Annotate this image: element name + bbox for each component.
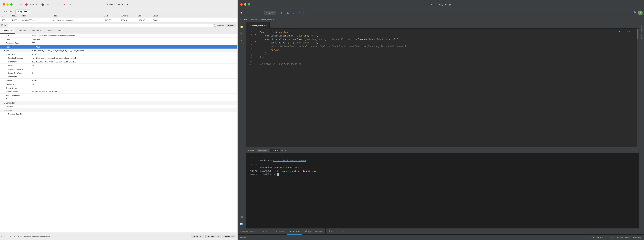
status-event-log[interactable]: Event Log — [632, 235, 643, 240]
prop-server-certs[interactable]: Server Certificates 2 — [0, 71, 238, 75]
block-list-button[interactable]: Block List — [191, 234, 204, 238]
sidebar-bookmarks-icon[interactable]: 🔖 — [238, 31, 245, 37]
col-method[interactable]: Met... — [12, 14, 22, 18]
tab-sequence[interactable]: Sequence — [16, 10, 30, 14]
debug-button[interactable]: 🐛 — [285, 11, 290, 15]
coverage-button[interactable]: ◎ — [291, 11, 296, 15]
scissors-icon[interactable]: ✂ — [63, 3, 66, 6]
file-tab-more-icon[interactable]: ⋮ — [634, 24, 638, 27]
run-button[interactable]: ▶ — [280, 11, 284, 15]
map-remote-button[interactable]: Map Remote — [206, 234, 221, 238]
tab-terminal[interactable]: >_ Terminal — [287, 228, 302, 234]
frida-docs-link[interactable]: https://frida.re/docs/home/ — [273, 159, 306, 162]
right-tab-database[interactable]: Database — [640, 24, 643, 34]
terminal-add-tab-button[interactable]: + — [281, 149, 283, 152]
table-row[interactable]: 200 POST api.dida365.com /api/v2/user/sm… — [0, 18, 238, 23]
tab-python-console[interactable]: 🐍 Python Console — [326, 228, 348, 234]
tab-todo[interactable]: ☑ TODO — [258, 228, 271, 234]
prop-status[interactable]: Status Complete — [0, 38, 238, 41]
tab-version-control[interactable]: ⑂ Version Control — [238, 228, 258, 234]
status-vcs-item[interactable]: main — [239, 235, 248, 240]
prop-extensions[interactable]: Extensions — [0, 75, 238, 79]
col-duration[interactable]: Duration — [120, 14, 137, 18]
search-button[interactable]: 🔍 — [634, 11, 637, 15]
prop-cipher-suite[interactable]: Cipher Suite TLS_ECDHE_RSA_WITH_AES_128_… — [0, 60, 238, 64]
col-path[interactable]: Path — [52, 14, 103, 18]
breadcrumb-file[interactable]: 3.hook_check.js — [261, 19, 274, 21]
forward-button[interactable]: → — [256, 11, 260, 15]
terminal-tab-local[interactable]: Local ✕ — [270, 149, 280, 152]
tab-chart[interactable]: Chart — [44, 28, 54, 34]
sidebar-structure-icon[interactable]: ≡ — [238, 37, 245, 44]
focused-checkbox[interactable] — [214, 24, 216, 27]
checkmark-icon[interactable]: ✓ — [57, 3, 61, 6]
sidebar-project-icon[interactable]: 📁 — [238, 24, 245, 30]
prop-tls-protocol[interactable]: Protocol TLSv1.2 — [0, 53, 238, 56]
tab-python-packages[interactable]: 📦 Python Packages — [302, 228, 326, 234]
project-view-button[interactable]: 📁 — [239, 11, 244, 15]
terminal-tab-local-close[interactable]: ✕ — [277, 150, 278, 151]
file-tab-close-icon[interactable]: ✕ — [266, 25, 268, 26]
terminal-tab-local2-close[interactable]: ✕ — [266, 150, 268, 151]
breadcrumb-net[interactable]: net — [244, 19, 247, 21]
breadcrumb-s4[interactable]: s4 — [240, 19, 242, 21]
back-button[interactable]: ← — [250, 11, 254, 15]
status-line-col[interactable]: 1:1 — [584, 235, 590, 240]
tab-summary[interactable]: Summary — [29, 28, 44, 34]
sidebar-database-icon[interactable]: 🗄 — [238, 214, 245, 220]
col-status[interactable]: Status — [152, 14, 169, 18]
prop-client-certs[interactable]: Client Certificates - — [0, 67, 238, 71]
code-editor[interactable]: 1 2 3 4 5 6 7 8 9 10 11 — [246, 29, 638, 147]
settings-button[interactable]: Settings — [226, 24, 236, 27]
filter-icon[interactable]: ⬤ — [41, 3, 44, 6]
terminal-chevron-down-icon[interactable]: ▾ — [284, 149, 286, 152]
close-button[interactable] — [3, 3, 5, 6]
tab-overview[interactable]: Overview — [0, 28, 14, 34]
minimize-button[interactable] — [6, 3, 9, 6]
status-indent[interactable]: 4 spaces — [605, 235, 615, 240]
prop-client-address[interactable]: Client Address api.dida365.com/52.80.164… — [0, 90, 238, 94]
prop-websockets[interactable]: WebSockets — [0, 105, 238, 108]
settings-icon[interactable]: ⚙ — [68, 3, 72, 6]
status-encoding[interactable]: UTF-8 — [596, 235, 604, 240]
prop-remote-address[interactable]: Remote Address - — [0, 94, 238, 97]
record-icon[interactable]: ⬤ — [25, 3, 28, 6]
ide-maximize-button[interactable] — [248, 3, 250, 6]
compose-icon[interactable]: ✏ — [46, 3, 50, 6]
filter-input[interactable] — [8, 24, 213, 27]
vcs-button[interactable]: ⑂ — [245, 11, 249, 15]
file-tab-hook-check[interactable]: JS 3.hook_check.js ✕ — [246, 23, 270, 29]
prop-response-code[interactable]: Response Code 200 — [0, 41, 238, 45]
ide-minimize-button[interactable] — [244, 3, 246, 6]
col-host[interactable]: Host — [22, 14, 52, 18]
prop-session-resumed[interactable]: Session Resumed No (Client session resum… — [0, 56, 238, 60]
terminal-tab-local2[interactable]: Local (2) ✕ — [257, 149, 270, 152]
prop-connection-section[interactable]: ▶ Connection — [0, 101, 238, 105]
recording-button[interactable]: Recording — [222, 234, 236, 238]
editor-scrollbar[interactable] — [637, 29, 638, 147]
tab-contents[interactable]: Contents — [14, 28, 29, 34]
tab-structure[interactable]: Structure — [1, 10, 16, 14]
breadcrumb-complex[interactable]: 1.complex — [250, 19, 258, 21]
prop-content-type[interactable]: Content-Type — [0, 86, 238, 90]
prop-protocol-selected[interactable]: Protocol HTTP/2.0 — [0, 45, 238, 49]
prop-kept-alive[interactable]: Kept Alive No — [0, 82, 238, 86]
clear-icon[interactable]: ⬡ — [36, 3, 39, 6]
col-size[interactable]: Size — [137, 14, 152, 18]
ide-close-button[interactable] — [240, 3, 243, 6]
profile-button[interactable]: ⚡ — [297, 11, 302, 15]
maximize-button[interactable] — [10, 3, 12, 6]
prop-tags[interactable]: Tags — [0, 97, 238, 101]
tab-notes[interactable]: Notes — [55, 28, 66, 34]
prop-alpn[interactable]: ALPN h2 — [0, 64, 238, 67]
prop-method[interactable]: Method POST — [0, 79, 238, 82]
tab-problems[interactable]: ⚠ Problems — [271, 228, 287, 234]
prop-tls-section[interactable]: ▼ TLS TLSv1.2 (TLS_ECDHE_RSA_WITH_AES_12… — [0, 49, 238, 53]
more-tools-button[interactable]: ⋯ — [306, 11, 310, 15]
status-lf[interactable]: LF — [590, 235, 595, 240]
terminal-content[interactable]: . . . . . . . . More info at https://fri… — [246, 153, 638, 228]
code-content[interactable]: Java.perform(function () { var Certifica… — [257, 29, 638, 147]
prop-url[interactable]: URL https://api.dida365.com/api/v2/user/… — [0, 34, 238, 38]
user-avatar[interactable]: A — [638, 11, 643, 15]
col-code[interactable]: Code — [1, 14, 12, 18]
